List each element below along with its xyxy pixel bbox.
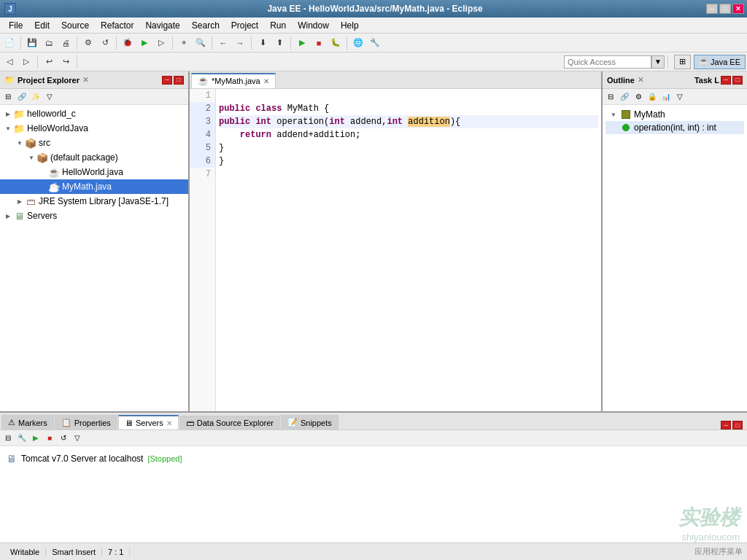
save-all-button[interactable]: 🗂 xyxy=(41,35,57,51)
toggle-helloworld-c[interactable]: ▶ xyxy=(3,111,13,117)
snippets-label: Snippets xyxy=(301,419,332,427)
server-start-button[interactable]: ▶ xyxy=(294,35,310,51)
menu-source[interactable]: Source xyxy=(55,19,95,32)
toggle-default-pkg[interactable]: ▼ xyxy=(26,155,36,161)
tree-item-servers[interactable]: ▶ 🖥 Servers xyxy=(0,209,188,223)
open-perspective-button[interactable]: ⊞ xyxy=(674,55,691,69)
quick-access-dropdown[interactable]: ▼ xyxy=(651,55,665,69)
tab-markers[interactable]: ⚠ Markers xyxy=(1,415,54,429)
link-editor-button[interactable]: 🔗 xyxy=(15,90,28,104)
outline-btn-1[interactable]: ⊟ xyxy=(604,90,617,104)
tab-close-mymath[interactable]: ✕ xyxy=(263,77,269,85)
tab-properties[interactable]: 📋 Properties xyxy=(55,415,117,429)
code-content[interactable]: public class MyMath { public int operati… xyxy=(216,89,601,411)
toggle-helloworldjava[interactable]: ▼ xyxy=(3,125,13,132)
tree-item-helloworld-java[interactable]: ☕ HelloWorld.java xyxy=(0,165,188,179)
undo-button[interactable]: ↩ xyxy=(41,54,57,70)
tab-datasource[interactable]: 🗃 Data Source Explorer xyxy=(179,416,280,429)
menu-project[interactable]: Project xyxy=(225,19,264,32)
outline-item-operation[interactable]: operation(int, int) : int xyxy=(605,121,744,134)
next-annot-button[interactable]: ⬇ xyxy=(255,35,271,51)
task-l-label: Task L xyxy=(694,76,719,85)
datasource-icon: 🗃 xyxy=(186,419,194,427)
redo-button[interactable]: ↪ xyxy=(58,54,74,70)
menu-file[interactable]: File xyxy=(3,19,28,32)
toggle-servers[interactable]: ▶ xyxy=(3,213,13,219)
toggle-src[interactable]: ▼ xyxy=(15,140,25,147)
editor-tab-mymath[interactable]: ☕ *MyMath.java ✕ xyxy=(191,73,276,88)
main-layout: 📁 Project Explorer ✕ ─ □ ⊟ 🔗 ✨ ▽ ▶ xyxy=(0,71,747,542)
new-button[interactable]: 📄 xyxy=(1,35,18,51)
webtools-button[interactable]: 🔧 xyxy=(367,35,383,51)
tab-snippets[interactable]: 📝 Snippets xyxy=(281,415,338,429)
prev-annot-button[interactable]: ⬆ xyxy=(271,35,287,51)
debug-button[interactable]: 🐞 xyxy=(120,35,136,51)
menu-refactor[interactable]: Refactor xyxy=(95,19,139,32)
explorer-menu-button[interactable]: ▽ xyxy=(43,90,56,104)
tree-item-mymath-java[interactable]: ☕ MyMath.java xyxy=(0,179,188,194)
properties-button[interactable]: ⚙ xyxy=(80,35,96,51)
print-button[interactable]: 🖨 xyxy=(58,35,74,51)
outline-btn-2[interactable]: 🔗 xyxy=(618,90,631,104)
outline-item-mymath[interactable]: ▼ MyMath xyxy=(605,108,744,121)
back-button[interactable]: ◁ xyxy=(1,54,18,70)
status-position: 7 : 1 xyxy=(102,548,130,556)
refresh-button[interactable]: ↺ xyxy=(97,35,113,51)
server-stop-button[interactable]: ■ xyxy=(311,35,327,51)
tree-item-default-pkg[interactable]: ▼ 📦 (default package) xyxy=(0,150,188,165)
minimize-button[interactable]: ─ xyxy=(706,4,718,14)
project-explorer-close[interactable]: □ xyxy=(174,76,184,85)
bottom-minimize[interactable]: ─ xyxy=(721,421,731,429)
servers-toolbar-btn-1[interactable]: ⊟ xyxy=(1,432,15,445)
outline-minimize[interactable]: ─ xyxy=(721,76,731,85)
servers-menu[interactable]: ▽ xyxy=(71,432,84,445)
forward-button[interactable]: ▷ xyxy=(18,54,34,70)
toolbar-sep-5 xyxy=(212,36,212,50)
servers-stop-btn[interactable]: ■ xyxy=(43,432,56,445)
outline-btn-5[interactable]: 📊 xyxy=(659,90,673,104)
server-row-tomcat[interactable]: 🖥 Tomcat v7.0 Server at localhost [Stopp… xyxy=(4,451,743,467)
maximize-button[interactable]: □ xyxy=(719,4,731,14)
run-button[interactable]: ▶ xyxy=(136,35,152,51)
run-config-button[interactable]: ▷ xyxy=(153,35,169,51)
menu-search[interactable]: Search xyxy=(186,19,225,32)
toolbar-sep-6 xyxy=(251,36,252,50)
save-button[interactable]: 💾 xyxy=(24,35,40,51)
outline-close[interactable]: □ xyxy=(732,76,743,85)
tree-item-helloworld-c[interactable]: ▶ 📁 helloworld_c xyxy=(0,106,188,121)
next-edit-button[interactable]: → xyxy=(232,35,248,51)
servers-start-btn[interactable]: ▶ xyxy=(29,432,42,445)
new-proj-button[interactable]: ✨ xyxy=(29,90,42,104)
project-explorer-minimize[interactable]: ─ xyxy=(162,76,172,85)
tree-item-jre[interactable]: ▶ 🗃 JRE System Library [JavaSE-1.7] xyxy=(0,194,188,209)
bottom-close[interactable]: □ xyxy=(732,421,743,429)
outline-btn-3[interactable]: ⚙ xyxy=(632,90,645,104)
outline-menu[interactable]: ▽ xyxy=(673,90,686,104)
servers-toolbar-btn-2[interactable]: 🔧 xyxy=(15,432,28,445)
prev-edit-button[interactable]: ← xyxy=(215,35,231,51)
server-status: [Stopped] xyxy=(147,454,182,463)
toggle-jre[interactable]: ▶ xyxy=(15,198,25,205)
open-type-button[interactable]: ⌖ xyxy=(176,35,192,51)
code-editor-area[interactable]: 1 2 3 4 5 6 7 public class MyMath { publ… xyxy=(190,89,601,411)
tab-servers[interactable]: 🖥 Servers ✕ xyxy=(118,415,179,429)
search-button[interactable]: 🔍 xyxy=(193,35,209,51)
web-browser-button[interactable]: 🌐 xyxy=(350,35,366,51)
outline-btn-4[interactable]: 🔒 xyxy=(646,90,659,104)
collapse-all-button[interactable]: ⊟ xyxy=(1,90,15,104)
menu-run[interactable]: Run xyxy=(264,19,292,32)
markers-icon: ⚠ xyxy=(8,418,15,427)
servers-restart-btn[interactable]: ↺ xyxy=(57,432,70,445)
server-debug-button[interactable]: 🐛 xyxy=(328,35,344,51)
java-ee-perspective-button[interactable]: ☕ Java EE xyxy=(694,55,746,69)
menu-help[interactable]: Help xyxy=(335,19,365,32)
close-button[interactable]: ✕ xyxy=(732,4,744,14)
menu-window[interactable]: Window xyxy=(292,19,335,32)
menu-navigate[interactable]: Navigate xyxy=(139,19,185,32)
servers-tab-close[interactable]: ✕ xyxy=(166,419,172,427)
quick-access-input[interactable] xyxy=(564,55,651,69)
menu-edit[interactable]: Edit xyxy=(28,19,55,32)
tree-item-src[interactable]: ▼ 📦 src xyxy=(0,136,188,150)
tree-item-helloworldjava[interactable]: ▼ 📁 HelloWorldJava xyxy=(0,121,188,136)
outline-toggle-mymath[interactable]: ▼ xyxy=(608,112,619,118)
